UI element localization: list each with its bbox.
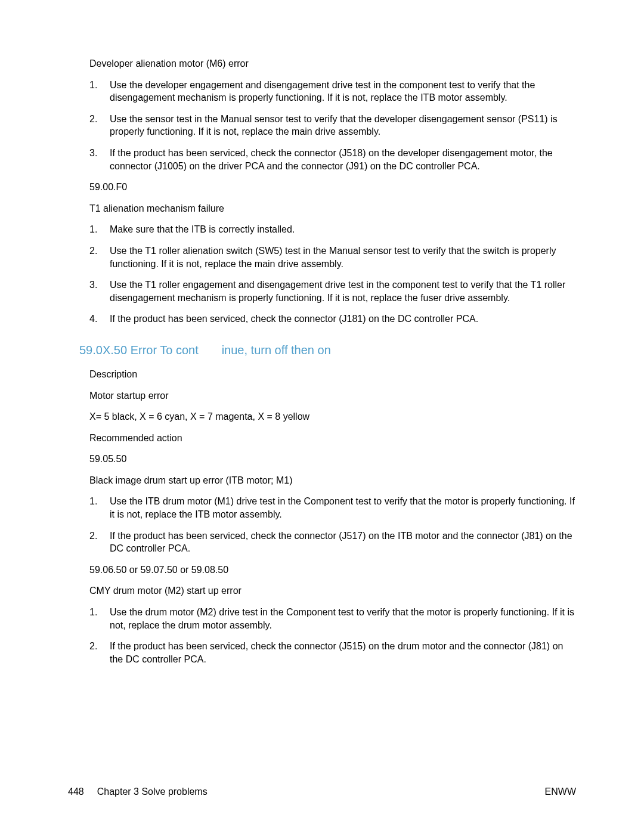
description-text: Motor startup error [89, 389, 576, 402]
list-text: Use the developer engagement and disenga… [110, 79, 576, 104]
section4-list: 1.Use the ITB drum motor (M1) drive test… [89, 495, 576, 555]
list-item: 1.Use the ITB drum motor (M1) drive test… [89, 495, 576, 521]
list-text: If the product has been serviced, check … [110, 529, 576, 555]
description-label: Description [89, 368, 576, 381]
list-number: 2. [89, 244, 110, 270]
page-number: 448 [68, 786, 84, 797]
list-item: 2.If the product has been serviced, chec… [89, 640, 576, 665]
list-text: If the product has been serviced, check … [110, 147, 576, 172]
section1-title: Developer alienation motor (M6) error [89, 57, 576, 70]
chapter-label: Chapter 3 Solve problems [97, 786, 208, 797]
list-item: 2.If the product has been serviced, chec… [89, 529, 576, 555]
list-text: If the product has been serviced, check … [110, 640, 576, 665]
page-body: Developer alienation motor (M6) error 1.… [0, 0, 644, 710]
recommended-action-label: Recommended action [89, 432, 576, 445]
section5-code: 59.06.50 or 59.07.50 or 59.08.50 [89, 563, 576, 577]
list-number: 3. [89, 147, 110, 172]
section2-code: 59.00.F0 [89, 181, 576, 194]
section4-code: 59.05.50 [89, 453, 576, 466]
section2-list: 1.Make sure that the ITB is correctly in… [89, 223, 576, 326]
footer-left: 448 Chapter 3 Solve problems [68, 786, 208, 797]
footer-right: ENWW [545, 786, 576, 797]
list-text: If the product has been serviced, check … [110, 312, 576, 326]
page-footer: 448 Chapter 3 Solve problems ENWW [68, 786, 576, 797]
list-number: 1. [89, 606, 110, 631]
list-item: 3.Use the T1 roller engagement and disen… [89, 278, 576, 304]
list-item: 4.If the product has been serviced, chec… [89, 312, 576, 326]
list-item: 1.Make sure that the ITB is correctly in… [89, 223, 576, 236]
list-text: Make sure that the ITB is correctly inst… [110, 223, 576, 236]
list-number: 4. [89, 312, 110, 326]
section5-list: 1.Use the drum motor (M2) drive test in … [89, 606, 576, 665]
list-item: 2.Use the sensor test in the Manual sens… [89, 113, 576, 138]
list-item: 1.Use the drum motor (M2) drive test in … [89, 606, 576, 631]
list-text: Use the T1 roller engagement and disenga… [110, 278, 576, 304]
list-text: Use the T1 roller alienation switch (SW5… [110, 244, 576, 270]
list-text: Use the drum motor (M2) drive test in th… [110, 606, 576, 631]
list-text: Use the sensor test in the Manual sensor… [110, 113, 576, 138]
list-item: 2.Use the T1 roller alienation switch (S… [89, 244, 576, 270]
heading-error-59-0x-50: 59.0X.50 Error To cont inue, turn off th… [79, 343, 576, 357]
section5-title: CMY drum motor (M2) start up error [89, 584, 576, 597]
section2-title: T1 alienation mechanism failure [89, 202, 576, 215]
list-number: 1. [89, 495, 110, 521]
list-item: 3.If the product has been serviced, chec… [89, 147, 576, 172]
list-number: 2. [89, 529, 110, 555]
section1-list: 1.Use the developer engagement and disen… [89, 79, 576, 173]
description-codes: X= 5 black, X = 6 cyan, X = 7 magenta, X… [89, 410, 576, 423]
list-text: Use the ITB drum motor (M1) drive test i… [110, 495, 576, 521]
list-item: 1.Use the developer engagement and disen… [89, 79, 576, 104]
list-number: 2. [89, 640, 110, 665]
list-number: 1. [89, 79, 110, 104]
list-number: 2. [89, 113, 110, 138]
main-content: Developer alienation motor (M6) error 1.… [89, 57, 576, 665]
list-number: 1. [89, 223, 110, 236]
section4-title: Black image drum start up error (ITB mot… [89, 474, 576, 487]
list-number: 3. [89, 278, 110, 304]
